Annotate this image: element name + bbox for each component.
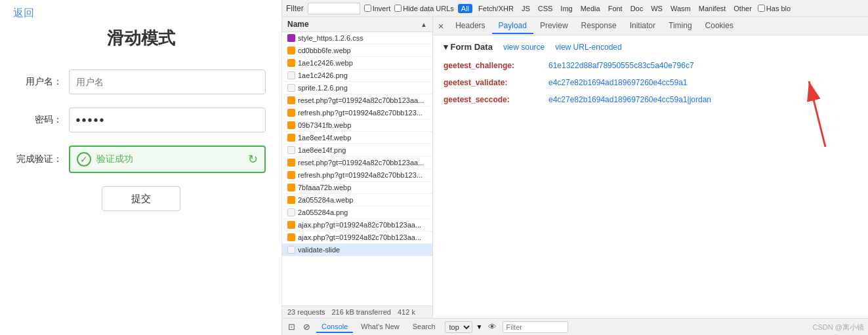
file-type-icon [287,171,295,179]
file-name-label: ajax.php?gt=019924a82c70bb123aa... [298,233,427,241]
media-btn[interactable]: Media [579,4,602,13]
console-tab-console[interactable]: Console [316,321,353,333]
refresh-icon[interactable]: ↻ [248,152,258,167]
password-row: 密码： [16,108,266,132]
tab-payload[interactable]: Payload [492,18,533,34]
file-type-icon [287,47,295,54]
file-type-icon [287,159,295,167]
list-item[interactable]: reset.php?gt=019924a82c70bb123aa... [282,157,432,169]
username-label: 用户名： [16,76,62,88]
list-item[interactable]: 1ae8ee14f.png [282,144,432,157]
other-btn[interactable]: Other [732,4,754,13]
tab-preview[interactable]: Preview [533,18,575,34]
tab-response[interactable]: Response [575,18,623,34]
file-type-icon [287,134,295,142]
form-data-title: ▾ Form Data [444,42,493,52]
watermark: CSDN @离小镜 [813,323,864,332]
view-source-link[interactable]: view source [503,43,545,52]
dropdown-icon: ▼ [476,323,483,330]
captcha-row: 完成验证： ✓ 验证成功 ↻ [16,146,266,173]
back-link[interactable]: 返回 [13,7,34,20]
login-panel: 返回 滑动模式 用户名： 密码： 完成验证： ✓ 验证成功 ↻ 提交 [0,0,282,335]
list-item[interactable]: reset.php?gt=019924a82c70bb123aa... [282,94,432,107]
console-tab-search[interactable]: Search [407,321,441,333]
password-input[interactable] [69,108,266,132]
file-name-label: 09b7341fb.webp [298,121,427,129]
list-item[interactable]: 2a055284a.webp [282,194,432,207]
challenge-key: geetest_challenge: [444,60,548,71]
tab-headers[interactable]: Headers [449,18,491,34]
close-tab-button[interactable]: × [436,21,446,31]
list-item[interactable]: 1ae1c2426.webp [282,57,432,69]
detail-tabs: × Headers Payload Preview Response Initi… [433,17,868,35]
password-label: 密码： [16,114,62,126]
tab-initiator[interactable]: Initiator [623,18,662,34]
username-row: 用户名： [16,69,266,94]
list-item[interactable]: 7bfaaa72b.webp [282,182,432,194]
transferred-size: 216 kB transferred [331,308,391,316]
devtools-icon-1[interactable]: ⊡ [286,321,297,332]
file-type-icon [287,121,295,129]
file-name-label: reset.php?gt=019924a82c70bb123aa... [298,96,427,104]
tab-timing[interactable]: Timing [662,18,699,34]
file-name-label: cd0bbb6fe.webp [298,47,427,54]
file-type-icon [287,246,295,254]
fetch-xhr-btn[interactable]: Fetch/XHR [476,4,516,13]
invert-checkbox[interactable]: Invert [364,5,391,12]
status-bar: 23 requests 216 kB transferred 412 k [282,305,432,318]
file-type-icon [287,208,295,216]
file-name-label: sprite.1.2.6.png [298,84,427,92]
list-item[interactable]: cd0bbb6fe.webp [282,45,432,57]
file-name-label: 2a055284a.png [298,208,427,216]
file-type-icon [287,84,295,92]
all-filter-btn[interactable]: All [458,4,472,13]
filter-input[interactable] [308,3,360,14]
challenge-value: 61e1322d88af78950555c83c5a40e796c7 [548,60,694,71]
file-name-label: 1ae1c2426.png [298,71,427,79]
devtools-panel: Filter Invert Hide data URLs All Fetch/X… [282,0,868,335]
list-item[interactable]: sprite.1.2.6.png [282,82,432,94]
devtools-icon-2[interactable]: ⊘ [301,321,312,332]
view-url-encoded-link[interactable]: view URL-encoded [555,43,621,52]
css-btn[interactable]: CSS [536,4,555,13]
captcha-success-text: 验证成功 [96,153,133,165]
doc-btn[interactable]: Doc [629,4,646,13]
file-name-label: 7bfaaa72b.webp [298,184,427,191]
bottom-filter-input[interactable] [503,321,568,333]
submit-button[interactable]: 提交 [102,186,180,211]
list-item[interactable]: 2a055284a.png [282,207,432,219]
list-item[interactable]: refresh.php?gt=019924a82c70bb123... [282,169,432,182]
list-item[interactable]: 09b7341fb.webp [282,119,432,132]
wasm-btn[interactable]: Wasm [669,4,693,13]
validate-value: e4c27e82b1694ad189697260e4cc59a1 [548,77,688,89]
file-name-label: 1ae8ee14f.png [298,146,427,154]
username-input[interactable] [69,69,266,94]
svg-line-1 [809,81,825,147]
filter-label: Filter [286,4,304,13]
js-btn[interactable]: JS [520,4,532,13]
file-list-header: Name ▲ [282,17,432,32]
ws-btn[interactable]: WS [649,4,665,13]
font-btn[interactable]: Font [606,4,625,13]
file-name-label: 1ae1c2426.webp [298,59,427,67]
list-item[interactable]: ajax.php?gt=019924a82c70bb123aa... [282,231,432,244]
hide-data-urls-checkbox[interactable]: Hide data URLs [394,5,454,12]
manifest-btn[interactable]: Manifest [697,4,728,13]
list-item[interactable]: refresh.php?gt=019924a82c70bb123... [282,107,432,119]
img-btn[interactable]: Img [558,4,574,13]
list-item[interactable]: validate-slide [282,244,432,256]
total-size: 412 k [398,308,415,316]
captcha-success: ✓ 验证成功 [77,152,133,167]
list-item[interactable]: ajax.php?gt=019924a82c70bb123aa... [282,219,432,231]
captcha-label: 完成验证： [16,153,62,165]
top-select[interactable]: top [445,321,472,333]
devtools-main: Name ▲ style_https.1.2.6.csscd0bbb6fe.we… [282,17,868,318]
list-item[interactable]: 1ae1c2426.png [282,69,432,82]
captcha-box: ✓ 验证成功 ↻ [69,146,266,173]
console-tab-whatsnew[interactable]: What's New [356,321,404,333]
has-bl-checkbox[interactable]: Has blo [758,5,791,12]
tab-cookies[interactable]: Cookies [699,18,740,34]
list-item[interactable]: style_https.1.2.6.css [282,32,432,45]
eye-icon[interactable]: 👁 [486,321,499,332]
list-item[interactable]: 1ae8ee14f.webp [282,132,432,144]
